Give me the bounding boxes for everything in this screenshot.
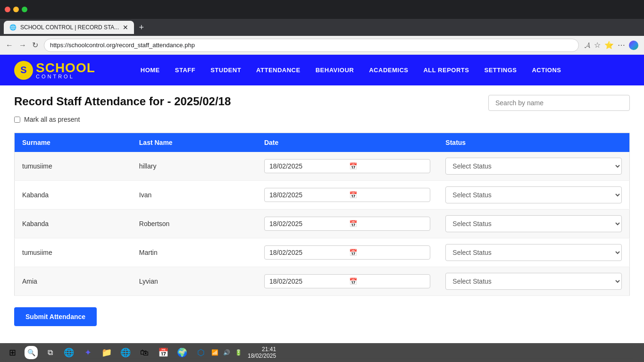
search-input[interactable] xyxy=(488,95,630,111)
cell-status: Select StatusPresentAbsentLateExcused xyxy=(438,267,629,296)
calendar-icon[interactable]: 📅 xyxy=(349,249,425,256)
nav-actions[interactable]: ACTIONS xyxy=(524,55,569,85)
close-window-btn[interactable] xyxy=(5,7,10,12)
col-surname: Surname xyxy=(15,133,132,152)
nav-staff[interactable]: STAFF xyxy=(167,55,203,85)
tab-bar: 🌐 SCHOOL CONTROL | RECORD STA... ✕ + xyxy=(0,19,644,36)
cell-date: 18/02/2025📅 xyxy=(257,152,438,181)
nav-links: HOME STAFF STUDENT ATTENDANCE BEHAVIOUR … xyxy=(133,55,569,85)
minimize-window-btn[interactable] xyxy=(13,7,19,12)
read-aloud-btn[interactable]: 𝓐 xyxy=(585,41,590,50)
status-select[interactable]: Select StatusPresentAbsentLateExcused xyxy=(445,158,622,175)
status-select[interactable]: Select StatusPresentAbsentLateExcused xyxy=(445,215,622,232)
logo-circle-icon: S xyxy=(20,65,26,76)
taskbar-store[interactable]: 🛍 xyxy=(136,344,153,345)
maximize-window-btn[interactable] xyxy=(22,7,27,12)
taskbar-chrome[interactable]: 🌍 xyxy=(174,344,191,345)
cell-surname: tumusiime xyxy=(15,238,132,267)
cell-surname: Kabanda xyxy=(15,210,132,238)
menu-btn[interactable]: ⋯ xyxy=(618,41,625,50)
table-body: tumusiimehillary18/02/2025📅Select Status… xyxy=(15,152,630,296)
taskbar-explorer[interactable]: 📁 xyxy=(98,344,115,345)
mark-all-label: Mark all as present xyxy=(24,116,80,123)
date-input-wrapper[interactable]: 18/02/2025📅 xyxy=(264,159,430,173)
calendar-icon[interactable]: 📅 xyxy=(349,191,425,199)
status-select[interactable]: Select StatusPresentAbsentLateExcused xyxy=(445,273,622,290)
new-tab-button[interactable]: + xyxy=(136,23,147,33)
taskbar-edge[interactable]: 🌐 xyxy=(60,344,77,345)
table-header: Surname Last Name Date Status xyxy=(15,133,630,152)
taskbar-task-view[interactable]: ⧉ xyxy=(42,344,59,345)
cell-date: 18/02/2025📅 xyxy=(257,267,438,296)
url-input[interactable] xyxy=(44,39,579,52)
profile-avatar[interactable] xyxy=(629,41,638,50)
table-row: KabandaIvan18/02/2025📅Select StatusPrese… xyxy=(15,181,630,210)
window-controls xyxy=(5,7,27,12)
app-navbar: S SCHOOL CONTROL HOME STAFF STUDENT ATTE… xyxy=(0,55,644,85)
cell-date: 18/02/2025📅 xyxy=(257,238,438,267)
date-input-wrapper[interactable]: 18/02/2025📅 xyxy=(264,245,430,260)
date-value: 18/02/2025 xyxy=(269,162,345,170)
status-select[interactable]: Select StatusPresentAbsentLateExcused xyxy=(445,186,622,203)
mark-all-checkbox[interactable] xyxy=(14,117,20,123)
nav-all-reports[interactable]: ALL REPORTS xyxy=(416,55,477,85)
cell-surname: Amia xyxy=(15,267,132,296)
taskbar-msedge2[interactable]: 🌐 xyxy=(117,344,134,345)
taskbar: ⊞ 🔍 ⧉ 🌐 ✦ 📁 🌐 🛍 📅 🌍 ⬡ 📶 🔊 🔋 21:41 18/02 xyxy=(0,343,644,345)
nav-attendance[interactable]: ATTENDANCE xyxy=(249,55,308,85)
date-input-wrapper[interactable]: 18/02/2025📅 xyxy=(264,188,430,202)
back-button[interactable]: ← xyxy=(6,41,13,50)
date-value: 18/02/2025 xyxy=(269,191,345,199)
forward-button[interactable]: → xyxy=(19,41,26,50)
calendar-icon[interactable]: 📅 xyxy=(349,220,425,227)
taskbar-vscode[interactable]: ⬡ xyxy=(192,344,209,345)
tab-close-btn[interactable]: ✕ xyxy=(123,24,128,31)
status-select[interactable]: Select StatusPresentAbsentLateExcused xyxy=(445,244,622,261)
date-input-wrapper[interactable]: 18/02/2025📅 xyxy=(264,274,430,288)
date-value: 18/02/2025 xyxy=(269,278,345,285)
page-title: Record Staff Attendance for - 2025/02/18 xyxy=(14,95,231,108)
cell-date: 18/02/2025📅 xyxy=(257,210,438,238)
date-value: 18/02/2025 xyxy=(269,220,345,227)
nav-academics[interactable]: ACADEMICS xyxy=(361,55,416,85)
cell-status: Select StatusPresentAbsentLateExcused xyxy=(438,152,629,181)
cell-surname: Kabanda xyxy=(15,181,132,210)
cell-status: Select StatusPresentAbsentLateExcused xyxy=(438,210,629,238)
taskbar-app5[interactable]: 📅 xyxy=(155,344,172,345)
taskbar-start-button[interactable]: ⊞ xyxy=(4,344,21,345)
col-date: Date xyxy=(257,133,438,152)
collections-btn[interactable]: ⭐ xyxy=(604,41,614,50)
page-header: Record Staff Attendance for - 2025/02/18 xyxy=(14,95,630,111)
active-tab[interactable]: 🌐 SCHOOL CONTROL | RECORD STA... ✕ xyxy=(4,21,134,34)
table-header-row: Surname Last Name Date Status xyxy=(15,133,630,152)
table-row: KabandaRobertson18/02/2025📅Select Status… xyxy=(15,210,630,238)
attendance-table: Surname Last Name Date Status tumusiimeh… xyxy=(14,133,630,296)
browser-action-buttons: 𝓐 ☆ ⭐ ⋯ xyxy=(585,41,638,50)
nav-home[interactable]: HOME xyxy=(133,55,167,85)
logo-main-text: SCHOOL xyxy=(36,61,95,75)
nav-behaviour[interactable]: BEHAVIOUR xyxy=(308,55,362,85)
cell-status: Select StatusPresentAbsentLateExcused xyxy=(438,238,629,267)
cell-last-name: hillary xyxy=(132,152,257,181)
nav-student[interactable]: STUDENT xyxy=(203,55,249,85)
mark-all-row: Mark all as present xyxy=(14,116,630,123)
calendar-icon[interactable]: 📅 xyxy=(349,278,425,285)
refresh-button[interactable]: ↻ xyxy=(32,41,38,50)
table-row: tumusiimehillary18/02/2025📅Select Status… xyxy=(15,152,630,181)
cell-status: Select StatusPresentAbsentLateExcused xyxy=(438,181,629,210)
nav-settings[interactable]: SETTINGS xyxy=(477,55,524,85)
cell-last-name: Robertson xyxy=(132,210,257,238)
col-status: Status xyxy=(438,133,629,152)
favorites-btn[interactable]: ☆ xyxy=(594,41,601,50)
cell-last-name: Ivan xyxy=(132,181,257,210)
taskbar-copilot[interactable]: ✦ xyxy=(79,344,96,345)
cell-date: 18/02/2025📅 xyxy=(257,181,438,210)
address-bar: ← → ↻ 𝓐 ☆ ⭐ ⋯ xyxy=(0,36,644,55)
date-input-wrapper[interactable]: 18/02/2025📅 xyxy=(264,217,430,231)
table-row: AmiaLyvian18/02/2025📅Select StatusPresen… xyxy=(15,267,630,296)
taskbar-search[interactable]: 🔍 xyxy=(23,344,40,345)
submit-attendance-button[interactable]: Submit Attendance xyxy=(14,307,97,326)
app-logo: S SCHOOL CONTROL xyxy=(14,61,95,80)
tab-favicon: 🌐 xyxy=(9,24,17,31)
calendar-icon[interactable]: 📅 xyxy=(349,162,425,170)
